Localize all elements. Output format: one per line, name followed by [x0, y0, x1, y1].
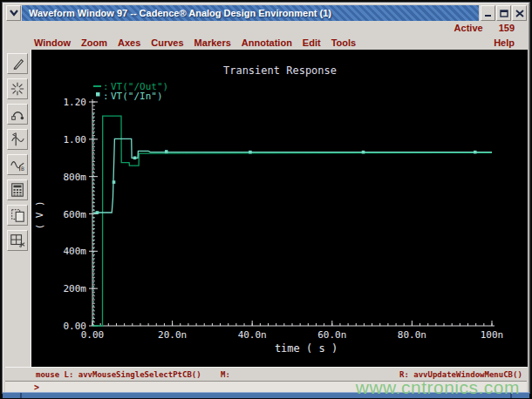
mouse-middle-binding: M:	[221, 370, 230, 379]
y-tick-label: 0.00	[64, 321, 87, 332]
y-tick-label: 800m	[64, 172, 87, 183]
window-menu-button[interactable]	[6, 5, 21, 21]
legend-square-marker	[96, 92, 100, 97]
waveform-b-glyph: B	[10, 157, 25, 172]
legend: : VT("/Out") : VT("/In")	[93, 81, 168, 102]
split-window-glyph	[10, 233, 25, 248]
x-tick-label: 20.0n	[158, 329, 187, 341]
titlebar: Waveform Window 97 -- Cadence® Analog De…	[5, 5, 527, 21]
axes: 0.0020.0n40.0n60.0n80.0n100n0.00200m400m…	[64, 97, 504, 341]
chevron-down-icon	[9, 9, 19, 17]
resize-notch-left	[20, 393, 22, 398]
curves	[92, 113, 492, 326]
in-curve-marker	[133, 156, 137, 159]
menu-annotation[interactable]: Annotation	[242, 37, 292, 48]
legend-colon: :	[103, 91, 109, 102]
split-window-icon[interactable]	[7, 230, 28, 251]
duplicate-window-glyph	[10, 207, 25, 223]
vertical-marker-glyph	[10, 132, 25, 147]
y-tick-label: 1.20	[64, 97, 87, 108]
y-tick-label: 200m	[64, 283, 87, 294]
waveform-window: Waveform Window 97 -- Cadence® Analog De…	[3, 3, 529, 393]
menu-axes[interactable]: Axes	[118, 37, 140, 48]
starburst-glyph	[10, 81, 25, 97]
axis-lines	[92, 99, 494, 326]
maximize-icon	[500, 10, 508, 17]
main-area: B	[5, 50, 527, 367]
menu-help[interactable]: Help	[494, 37, 515, 48]
active-label: Active	[454, 23, 483, 33]
close-button[interactable]	[512, 5, 527, 21]
in-curve-marker	[362, 151, 365, 154]
watermark: www.cntronics.com	[356, 377, 520, 398]
close-icon	[515, 10, 524, 17]
x-axis-label: time ( s )	[275, 342, 338, 355]
menu-edit[interactable]: Edit	[303, 37, 321, 48]
y-tick-label: 1.00	[64, 134, 87, 145]
active-count: 159	[499, 23, 515, 33]
in-curve-marker	[96, 211, 99, 214]
waveform-b-icon[interactable]: B	[7, 154, 28, 175]
maximize-button[interactable]	[496, 5, 511, 21]
minimize-icon	[484, 10, 493, 17]
menu-bar: Window Zoom Axes Curves Markers Annotati…	[5, 35, 527, 50]
window-title: Waveform Window 97 -- Cadence® Analog De…	[22, 5, 479, 21]
x-tick-label: 60.0n	[317, 329, 346, 341]
in-curve-marker	[165, 150, 168, 153]
in-curve-marker	[249, 151, 252, 154]
menu-tools[interactable]: Tools	[331, 37, 357, 48]
active-row: Active 159	[5, 21, 527, 35]
svg-text:B: B	[21, 166, 24, 172]
calculator-icon[interactable]	[7, 179, 28, 200]
y-tick-label: 600m	[64, 209, 87, 220]
plot-canvas[interactable]: Transient Response : VT("/Out") : VT("/I…	[32, 50, 528, 367]
screenshot-root: Waveform Window 97 -- Cadence® Analog De…	[0, 0, 532, 399]
calculator-glyph	[10, 182, 25, 198]
plot-area: Transient Response : VT("/Out") : VT("/I…	[32, 50, 528, 367]
menu-markers[interactable]: Markers	[194, 37, 231, 48]
menu-zoom[interactable]: Zoom	[81, 37, 107, 48]
x-tick-label: 40.0n	[238, 329, 267, 341]
arc-probe-glyph	[10, 106, 25, 122]
minimize-button[interactable]	[481, 5, 495, 21]
prompt-caret: >	[34, 382, 39, 392]
x-tick-label: 100n	[481, 329, 504, 341]
plot-title: Transient Response	[223, 64, 337, 77]
y-axis-label: ( V )	[34, 200, 45, 229]
duplicate-window-icon[interactable]	[7, 205, 28, 226]
toolbar: B	[5, 50, 31, 367]
x-tick-label: 80.0n	[398, 329, 426, 341]
vertical-marker-icon[interactable]	[7, 129, 28, 150]
pen-glyph	[10, 56, 25, 71]
menu-window[interactable]: Window	[34, 37, 71, 48]
in-curve-marker	[474, 151, 477, 154]
starburst-icon[interactable]	[7, 78, 28, 99]
y-tick-label: 400m	[64, 246, 87, 257]
in-curve	[93, 139, 492, 213]
out-curve	[92, 116, 492, 326]
in-curve-marker	[113, 180, 116, 184]
menu-curves[interactable]: Curves	[151, 37, 183, 48]
legend-entry-in: VT("/In")	[111, 91, 163, 102]
arc-probe-icon[interactable]	[7, 104, 28, 125]
pen-icon[interactable]	[7, 53, 28, 74]
mouse-left-binding: mouse L: avvMouseSingleSelectPtCB()	[36, 370, 201, 379]
